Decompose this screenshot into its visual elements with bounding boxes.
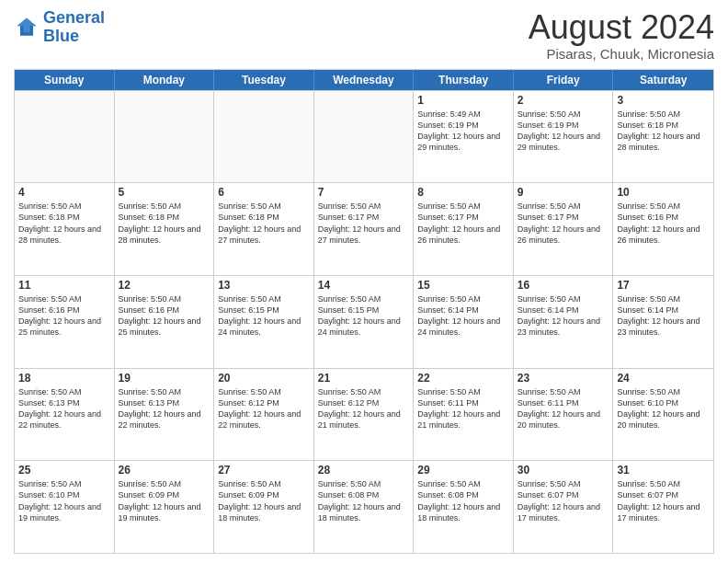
day-detail: Sunrise: 5:50 AMSunset: 6:08 PMDaylight:… xyxy=(318,478,410,523)
day-number: 21 xyxy=(318,372,410,385)
day-detail: Sunrise: 5:50 AMSunset: 6:07 PMDaylight:… xyxy=(617,478,710,523)
day-detail: Sunrise: 5:50 AMSunset: 6:07 PMDaylight:… xyxy=(518,478,609,523)
calendar-cell: 14Sunrise: 5:50 AMSunset: 6:15 PMDayligh… xyxy=(314,276,415,368)
month-title: August 2024 xyxy=(529,9,714,46)
calendar-cell: 18Sunrise: 5:50 AMSunset: 6:13 PMDayligh… xyxy=(15,369,115,461)
calendar-cell: 10Sunrise: 5:50 AMSunset: 6:16 PMDayligh… xyxy=(613,183,713,275)
day-detail: Sunrise: 5:50 AMSunset: 6:18 PMDaylight:… xyxy=(18,201,110,246)
day-detail: Sunrise: 5:50 AMSunset: 6:12 PMDaylight:… xyxy=(318,386,410,431)
day-detail: Sunrise: 5:50 AMSunset: 6:17 PMDaylight:… xyxy=(417,201,509,246)
day-number: 6 xyxy=(218,186,310,199)
day-detail: Sunrise: 5:50 AMSunset: 6:10 PMDaylight:… xyxy=(18,478,110,523)
page: General Blue August 2024 Pisaras, Chuuk,… xyxy=(0,0,728,563)
calendar-cell: 3Sunrise: 5:50 AMSunset: 6:18 PMDaylight… xyxy=(613,91,713,183)
calendar-cell xyxy=(314,91,415,183)
day-detail: Sunrise: 5:50 AMSunset: 6:17 PMDaylight:… xyxy=(318,201,410,246)
day-number: 11 xyxy=(18,279,110,292)
calendar-cell: 7Sunrise: 5:50 AMSunset: 6:17 PMDaylight… xyxy=(314,183,415,275)
calendar-cell xyxy=(115,91,215,183)
day-number: 19 xyxy=(119,372,210,385)
day-detail: Sunrise: 5:50 AMSunset: 6:08 PMDaylight:… xyxy=(417,478,509,523)
day-number: 12 xyxy=(119,279,210,292)
day-detail: Sunrise: 5:50 AMSunset: 6:09 PMDaylight:… xyxy=(218,478,310,523)
calendar-cell: 30Sunrise: 5:50 AMSunset: 6:07 PMDayligh… xyxy=(514,461,614,553)
calendar-row: 25Sunrise: 5:50 AMSunset: 6:10 PMDayligh… xyxy=(15,460,713,553)
calendar-cell: 21Sunrise: 5:50 AMSunset: 6:12 PMDayligh… xyxy=(314,369,415,461)
calendar-row: 1Sunrise: 5:49 AMSunset: 6:19 PMDaylight… xyxy=(15,90,713,183)
day-detail: Sunrise: 5:50 AMSunset: 6:16 PMDaylight:… xyxy=(617,201,710,246)
calendar: SundayMondayTuesdayWednesdayThursdayFrid… xyxy=(14,69,714,554)
calendar-row: 4Sunrise: 5:50 AMSunset: 6:18 PMDaylight… xyxy=(15,182,713,275)
logo-text: General Blue xyxy=(43,9,105,46)
calendar-cell: 22Sunrise: 5:50 AMSunset: 6:11 PMDayligh… xyxy=(414,369,514,461)
day-number: 7 xyxy=(318,186,410,199)
weekday-header: Thursday xyxy=(414,70,514,90)
day-number: 3 xyxy=(617,94,710,107)
calendar-cell: 26Sunrise: 5:50 AMSunset: 6:09 PMDayligh… xyxy=(115,461,215,553)
calendar-cell: 24Sunrise: 5:50 AMSunset: 6:10 PMDayligh… xyxy=(613,369,713,461)
day-detail: Sunrise: 5:50 AMSunset: 6:18 PMDaylight:… xyxy=(218,201,310,246)
day-detail: Sunrise: 5:50 AMSunset: 6:15 PMDaylight:… xyxy=(318,293,410,339)
calendar-cell: 6Sunrise: 5:50 AMSunset: 6:18 PMDaylight… xyxy=(214,183,314,275)
day-number: 13 xyxy=(218,279,310,292)
day-number: 31 xyxy=(617,464,710,477)
calendar-cell xyxy=(214,91,314,183)
day-detail: Sunrise: 5:50 AMSunset: 6:14 PMDaylight:… xyxy=(518,293,609,339)
day-number: 29 xyxy=(417,464,509,477)
location-title: Pisaras, Chuuk, Micronesia xyxy=(529,46,714,62)
weekday-header: Wednesday xyxy=(314,70,415,90)
calendar-cell: 11Sunrise: 5:50 AMSunset: 6:16 PMDayligh… xyxy=(15,276,115,368)
calendar-cell: 15Sunrise: 5:50 AMSunset: 6:14 PMDayligh… xyxy=(414,276,514,368)
day-detail: Sunrise: 5:50 AMSunset: 6:12 PMDaylight:… xyxy=(218,386,310,431)
calendar-header: SundayMondayTuesdayWednesdayThursdayFrid… xyxy=(15,70,713,90)
calendar-cell: 5Sunrise: 5:50 AMSunset: 6:18 PMDaylight… xyxy=(115,183,215,275)
day-number: 14 xyxy=(318,279,410,292)
calendar-cell: 2Sunrise: 5:50 AMSunset: 6:19 PMDaylight… xyxy=(514,91,614,183)
calendar-cell: 13Sunrise: 5:50 AMSunset: 6:15 PMDayligh… xyxy=(214,276,314,368)
title-block: August 2024 Pisaras, Chuuk, Micronesia xyxy=(529,9,714,62)
calendar-cell: 27Sunrise: 5:50 AMSunset: 6:09 PMDayligh… xyxy=(214,461,314,553)
day-number: 24 xyxy=(617,372,710,385)
logo-line1: General xyxy=(43,8,105,27)
day-number: 22 xyxy=(417,372,509,385)
day-detail: Sunrise: 5:50 AMSunset: 6:14 PMDaylight:… xyxy=(417,293,509,339)
day-detail: Sunrise: 5:49 AMSunset: 6:19 PMDaylight:… xyxy=(417,109,509,154)
day-detail: Sunrise: 5:50 AMSunset: 6:13 PMDaylight:… xyxy=(119,386,210,431)
calendar-cell: 9Sunrise: 5:50 AMSunset: 6:17 PMDaylight… xyxy=(514,183,614,275)
day-number: 4 xyxy=(18,186,110,199)
day-detail: Sunrise: 5:50 AMSunset: 6:18 PMDaylight:… xyxy=(119,201,210,246)
svg-marker-1 xyxy=(17,17,37,32)
calendar-cell: 23Sunrise: 5:50 AMSunset: 6:11 PMDayligh… xyxy=(514,369,614,461)
day-number: 27 xyxy=(218,464,310,477)
calendar-cell: 1Sunrise: 5:49 AMSunset: 6:19 PMDaylight… xyxy=(414,91,514,183)
weekday-header: Friday xyxy=(514,70,614,90)
day-number: 1 xyxy=(417,94,509,107)
day-number: 30 xyxy=(518,464,609,477)
day-number: 8 xyxy=(417,186,509,199)
calendar-cell: 19Sunrise: 5:50 AMSunset: 6:13 PMDayligh… xyxy=(115,369,215,461)
day-detail: Sunrise: 5:50 AMSunset: 6:16 PMDaylight:… xyxy=(18,293,110,339)
calendar-cell xyxy=(15,91,115,183)
day-number: 9 xyxy=(518,186,609,199)
calendar-cell: 4Sunrise: 5:50 AMSunset: 6:18 PMDaylight… xyxy=(15,183,115,275)
day-detail: Sunrise: 5:50 AMSunset: 6:13 PMDaylight:… xyxy=(18,386,110,431)
day-number: 20 xyxy=(218,372,310,385)
calendar-cell: 12Sunrise: 5:50 AMSunset: 6:16 PMDayligh… xyxy=(115,276,215,368)
weekday-header: Sunday xyxy=(15,70,115,90)
day-detail: Sunrise: 5:50 AMSunset: 6:11 PMDaylight:… xyxy=(518,386,609,431)
day-number: 5 xyxy=(119,186,210,199)
day-detail: Sunrise: 5:50 AMSunset: 6:19 PMDaylight:… xyxy=(518,109,609,154)
weekday-header: Tuesday xyxy=(214,70,314,90)
day-detail: Sunrise: 5:50 AMSunset: 6:18 PMDaylight:… xyxy=(617,109,710,154)
day-number: 18 xyxy=(18,372,110,385)
calendar-row: 18Sunrise: 5:50 AMSunset: 6:13 PMDayligh… xyxy=(15,368,713,461)
calendar-body: 1Sunrise: 5:49 AMSunset: 6:19 PMDaylight… xyxy=(15,90,713,553)
calendar-row: 11Sunrise: 5:50 AMSunset: 6:16 PMDayligh… xyxy=(15,275,713,368)
logo: General Blue xyxy=(14,9,105,46)
calendar-cell: 20Sunrise: 5:50 AMSunset: 6:12 PMDayligh… xyxy=(214,369,314,461)
day-number: 16 xyxy=(518,279,609,292)
day-detail: Sunrise: 5:50 AMSunset: 6:16 PMDaylight:… xyxy=(119,293,210,339)
day-number: 26 xyxy=(119,464,210,477)
calendar-cell: 8Sunrise: 5:50 AMSunset: 6:17 PMDaylight… xyxy=(414,183,514,275)
calendar-cell: 31Sunrise: 5:50 AMSunset: 6:07 PMDayligh… xyxy=(613,461,713,553)
